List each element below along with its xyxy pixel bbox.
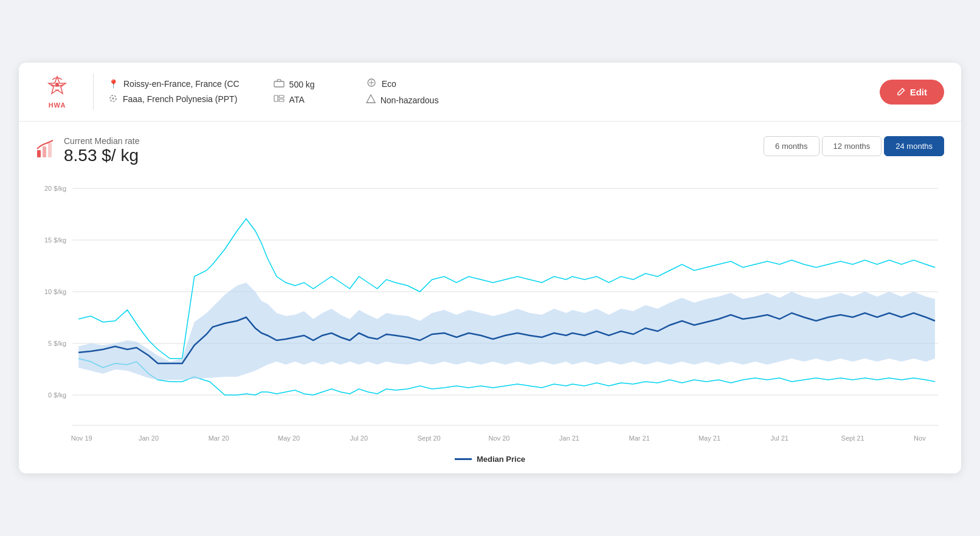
commodity-row: ATA: [274, 94, 315, 105]
svg-rect-5: [279, 95, 284, 98]
origin-row: 📍 Roissy-en-France, France (CC: [108, 79, 240, 89]
commodity-icon: [274, 94, 285, 105]
class-row: Eco: [366, 78, 439, 89]
logo-text: HWA: [49, 101, 66, 109]
svg-text:15 $/kg: 15 $/kg: [44, 236, 66, 244]
svg-marker-36: [78, 283, 935, 380]
main-card: HWA 📍 Roissy-en-France, France (CC Faaa,…: [19, 63, 961, 473]
chart-section: Current Median rate 8.53 $/ kg 6 months …: [19, 122, 961, 473]
svg-rect-4: [274, 95, 278, 101]
rate-info: Current Median rate 8.53 $/ kg: [36, 136, 140, 165]
hazard-text: Non-hazardous: [381, 95, 439, 105]
svg-text:Mar 20: Mar 20: [209, 435, 229, 442]
filter-6months[interactable]: 6 months: [764, 136, 819, 156]
svg-text:May 20: May 20: [278, 435, 300, 442]
svg-rect-10: [48, 143, 52, 157]
svg-text:Sept 20: Sept 20: [418, 435, 441, 442]
weight-row: 500 kg: [274, 79, 315, 89]
weight-icon: [274, 79, 285, 89]
rate-chart-icon: [36, 139, 55, 163]
svg-text:May 21: May 21: [699, 435, 720, 442]
time-filters: 6 months 12 months 24 months: [764, 136, 944, 156]
chart-svg: 20 $/kg 15 $/kg 10 $/kg 5 $/kg 0 $/kg No…: [36, 170, 944, 450]
origin-icon: 📍: [108, 79, 119, 89]
chart-container: 20 $/kg 15 $/kg 10 $/kg 5 $/kg 0 $/kg No…: [36, 170, 944, 450]
svg-text:Nov 20: Nov 20: [489, 435, 510, 442]
svg-text:Jul 20: Jul 20: [350, 435, 368, 442]
rate-text-group: Current Median rate 8.53 $/ kg: [64, 136, 140, 165]
svg-text:Sept 21: Sept 21: [841, 435, 864, 442]
svg-text:10 $/kg: 10 $/kg: [44, 288, 66, 295]
legend-label: Median Price: [477, 455, 525, 464]
filter-12months[interactable]: 12 months: [822, 136, 882, 156]
svg-rect-6: [279, 99, 284, 101]
specs-group: 500 kg ATA: [274, 79, 315, 105]
plane-icon: [46, 75, 68, 101]
svg-rect-3: [274, 81, 284, 87]
svg-text:Jan 20: Jan 20: [139, 435, 159, 442]
svg-text:5 $/kg: 5 $/kg: [48, 340, 66, 347]
class-text: Eco: [382, 79, 396, 89]
svg-text:Jan 21: Jan 21: [559, 435, 579, 442]
filter-24months[interactable]: 24 months: [884, 136, 944, 156]
origin-label: Roissy-en-France, France (CC: [123, 79, 240, 89]
edit-button[interactable]: Edit: [880, 80, 944, 105]
commodity-text: ATA: [289, 95, 305, 105]
rate-label: Current Median rate: [64, 136, 140, 146]
route-info: 📍 Roissy-en-France, France (CC Faaa, Fre…: [108, 79, 240, 105]
destination-row: Faaa, French Polynesia (PPT): [108, 94, 240, 105]
header-divider: [93, 74, 94, 110]
weight-text: 500 kg: [289, 80, 315, 89]
chart-header: Current Median rate 8.53 $/ kg 6 months …: [36, 136, 944, 165]
destination-label: Faaa, French Polynesia (PPT): [123, 94, 237, 104]
svg-text:Nov 19: Nov 19: [71, 435, 92, 442]
edit-label: Edit: [910, 87, 927, 97]
svg-text:Jul 21: Jul 21: [771, 435, 788, 442]
svg-point-2: [112, 97, 114, 99]
svg-rect-9: [43, 146, 46, 157]
legend-line: [455, 458, 472, 460]
hazard-row: Non-hazardous: [366, 94, 439, 106]
class-icon: [366, 78, 377, 89]
chart-legend: Median Price: [36, 455, 944, 464]
hazard-icon: [366, 94, 376, 106]
svg-text:Mar 21: Mar 21: [629, 435, 650, 442]
svg-text:Nov: Nov: [914, 435, 926, 442]
destination-icon: [108, 94, 118, 105]
svg-text:0 $/kg: 0 $/kg: [48, 391, 66, 399]
logo-area: HWA: [36, 75, 78, 109]
header: HWA 📍 Roissy-en-France, France (CC Faaa,…: [19, 63, 961, 122]
svg-point-0: [55, 83, 59, 86]
rate-value: 8.53 $/ kg: [64, 146, 140, 165]
svg-rect-8: [37, 150, 41, 157]
class-group: Eco Non-hazardous: [366, 78, 439, 106]
svg-text:20 $/kg: 20 $/kg: [44, 185, 66, 192]
